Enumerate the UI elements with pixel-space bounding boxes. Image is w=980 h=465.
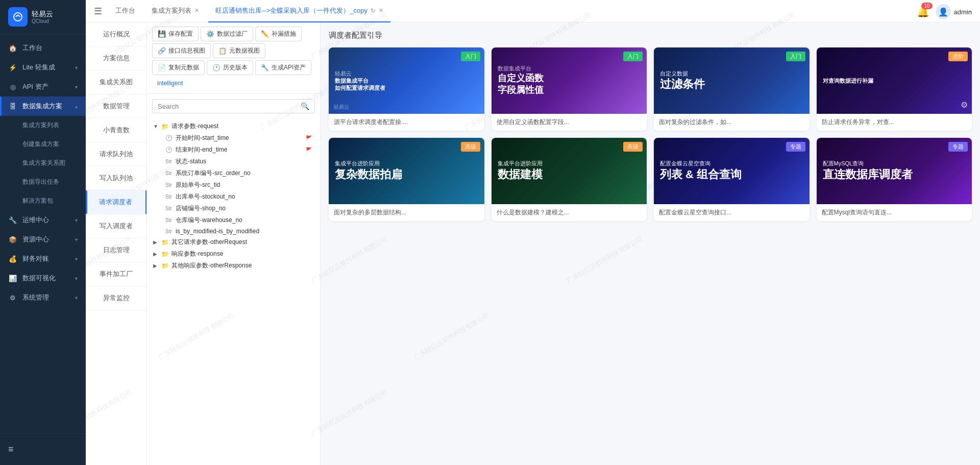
copy-data-button[interactable]: 📄 复制元数据 — [152, 60, 205, 75]
sidebar-item-sysadmin[interactable]: ⚙ 系统管理 ▾ — [0, 288, 86, 307]
intelligent-button[interactable]: intelligent — [152, 77, 188, 89]
expand-icon: ▶ — [153, 239, 160, 245]
tree-node-label: is_by_modified-is_by_modified — [176, 228, 314, 235]
string-icon: Str — [165, 217, 174, 223]
tree-node-end-time[interactable]: 🕐 结束时间-end_time 🚩 — [151, 144, 316, 156]
notification-button[interactable]: 🔔 10 — [917, 6, 929, 18]
guide-card-card3[interactable]: 入门 自定义数据过滤条件 面对复杂的过滤条件，如... — [654, 47, 810, 131]
guide-card-card4[interactable]: 进阶 对查询数据进行补漏 ⚙ 防止请求任务异常，对查... — [817, 47, 972, 131]
tab-workbench[interactable]: 工作台 — [108, 0, 142, 22]
guide-card-card8[interactable]: 专题 配置MySQL查询直连数据库调度者 配置Mysql查询语句直连... — [817, 138, 972, 221]
tree-node-other-response[interactable]: ▶ 📁 其他响应参数-otherResponse — [151, 260, 316, 272]
logo-subtitle: QCloud — [32, 18, 53, 24]
sidebar-item-solution-package[interactable]: 解决方案包 — [0, 191, 86, 210]
sidebar-item-api[interactable]: ◎ API 资产 ▾ — [0, 77, 86, 96]
save-config-button[interactable]: 💾 保存配置 — [152, 27, 199, 41]
left-panel-item-write-queue[interactable]: 写入队列池 — [86, 166, 146, 190]
clock-icon: 🕐 — [212, 64, 220, 71]
left-panel-item-event-factory[interactable]: 事件加工厂 — [86, 262, 146, 286]
tree-node-other-request[interactable]: ▶ 📁 其它请求参数-otherRequest — [151, 236, 316, 248]
left-panel-item-write-scheduler[interactable]: 写入调度者 — [86, 214, 146, 238]
expand-icon: ▶ — [153, 263, 160, 268]
tree-node-start-time[interactable]: 🕐 开始时间-start_time 🚩 — [151, 132, 316, 144]
meta-data-label: 元数据视图 — [229, 46, 260, 55]
guide-card-card5[interactable]: 高级 集成平台进阶应用复杂数据拍扁 面对复杂的多层数据结构... — [329, 138, 484, 221]
sidebar-footer-menu[interactable]: ≡ — [0, 439, 86, 460]
tree-node-warehouse-no[interactable]: Str 仓库编号-warehouse_no — [151, 214, 316, 226]
settings-icon[interactable]: ⚙ — [961, 100, 968, 110]
sidebar-item-solution-list[interactable]: 集成方案列表 — [0, 116, 86, 135]
tab-refresh-icon[interactable]: ↻ — [371, 7, 376, 14]
left-panel: 运行概况 方案信息 集成关系图 数据管理 小青查数 请求队列池 写入队列池 请求… — [86, 22, 147, 465]
string-icon: Str — [165, 194, 174, 200]
card-image: 高级 集成平台进阶应用数据建模 — [492, 138, 647, 204]
sidebar-item-datavis[interactable]: 📊 数据可视化 ▾ — [0, 268, 86, 288]
left-panel-item-overview[interactable]: 运行概况 — [86, 22, 146, 46]
search-icon[interactable]: 🔍 — [301, 102, 309, 110]
tree-node-src-tid[interactable]: Str 原始单号-src_tid — [151, 179, 316, 191]
tab-solution-detail[interactable]: 旺店通销售出库-->全蝶采购入库（一件代发）_copy ↻ ✕ — [208, 0, 390, 22]
tree-node-is-by-modified[interactable]: Str is_by_modified-is_by_modified — [151, 226, 316, 236]
sidebar-item-lite[interactable]: ⚡ Lite 轻集成 ▾ — [0, 58, 86, 77]
filter-icon: ⚙️ — [206, 30, 214, 38]
interface-info-button[interactable]: 🔗 接口信息视图 — [152, 43, 211, 58]
active-indicator — [0, 96, 2, 116]
sidebar-item-ops[interactable]: 🔧 运维中心 ▾ — [0, 210, 86, 230]
middle-panel: 💾 保存配置 ⚙️ 数据过滤厂 ✏️ 补漏措施 🔗 接口信息视图 📋 — [147, 22, 321, 465]
sidebar-sub-label: 解决方案包 — [22, 197, 78, 205]
card-text-line: 字段属性值 — [498, 84, 641, 96]
sidebar-item-solution-map[interactable]: 集成方案关系图 — [0, 154, 86, 173]
card-badge: 专题 — [786, 142, 805, 152]
tree-node-sys-order-no[interactable]: Str 系统订单编号-src_order_no — [151, 167, 316, 179]
left-panel-item-log[interactable]: 日志管理 — [86, 238, 146, 262]
sidebar-item-resource[interactable]: 📦 资源中心 ▾ — [0, 230, 86, 249]
history-button[interactable]: 🕐 历史版本 — [207, 60, 253, 75]
tab-close-icon[interactable]: ✕ — [379, 7, 383, 14]
sidebar-item-workbench[interactable]: 🏠 工作台 — [0, 38, 86, 58]
sidebar-item-create-solution[interactable]: 创建集成方案 — [0, 135, 86, 154]
tree-node-request-params[interactable]: ▼ 📁 请求参数-request — [151, 120, 316, 132]
left-panel-item-xq-count[interactable]: 小青查数 — [86, 118, 146, 142]
left-panel-item-data-manage[interactable]: 数据管理 — [86, 94, 146, 118]
left-panel-item-exception[interactable]: 异常监控 — [86, 286, 146, 310]
data-filter-button[interactable]: ⚙️ 数据过滤厂 — [201, 27, 253, 41]
tree-node-status[interactable]: Str 状态-status — [151, 156, 316, 167]
tab-solution-list[interactable]: 集成方案列表 ✕ — [144, 0, 206, 22]
search-input[interactable] — [158, 103, 301, 110]
logo[interactable]: 轻易云 QCloud — [0, 0, 86, 34]
tab-label: 集成方案列表 — [152, 6, 191, 15]
sidebar-item-data-integration[interactable]: 🗄 数据集成方案 ▴ — [0, 96, 86, 116]
left-panel-item-request-queue[interactable]: 请求队列池 — [86, 142, 146, 166]
left-panel-item-integration-map[interactable]: 集成关系图 — [86, 70, 146, 94]
gen-api-button[interactable]: 🔧 生成API资产 — [255, 60, 311, 75]
tree-node-response[interactable]: ▶ 📁 响应参数-response — [151, 248, 316, 260]
card-badge: 进阶 — [948, 52, 968, 61]
sidebar-nav: 🏠 工作台 ⚡ Lite 轻集成 ▾ ◎ API 资产 ▾ 🗄 数据集成方案 ▴… — [0, 34, 86, 433]
card-image: 专题 配置金蝶云星空查询列表 & 组合查询 — [654, 138, 810, 204]
zap-icon: ⚡ — [8, 63, 17, 72]
meta-data-button[interactable]: 📋 元数据视图 — [213, 43, 265, 58]
data-filter-label: 数据过滤厂 — [217, 30, 248, 38]
folder-icon: 📁 — [161, 123, 169, 130]
tree-node-stockout-no[interactable]: Str 出库单号-stockout_no — [151, 191, 316, 203]
guide-card-card1[interactable]: 入门 轻易云数据集成平台如何配置请求调度者 轻易云 源平台请求调度者配置操...… — [329, 47, 484, 131]
tab-close-icon[interactable]: ✕ — [194, 7, 199, 14]
left-panel-item-request-scheduler[interactable]: 请求调度者 — [86, 190, 146, 214]
hamburger-icon[interactable]: ☰ — [94, 6, 102, 17]
tree-node-shop-no[interactable]: Str 店铺编号-shop_no — [151, 203, 316, 214]
card-title: 防止请求任务异常，对查... — [817, 114, 972, 131]
logo-text-group: 轻易云 QCloud — [32, 10, 53, 24]
chart-icon: 📊 — [8, 274, 17, 283]
left-panel-item-solution-info[interactable]: 方案信息 — [86, 46, 146, 70]
guide-card-card7[interactable]: 专题 配置金蝶云星空查询列表 & 组合查询 配置金蝶云星空查询接口... — [654, 138, 810, 221]
sidebar-item-label: 工作台 — [22, 43, 78, 53]
sidebar-item-data-export[interactable]: 数据导出任务 — [0, 173, 86, 191]
guide-card-card6[interactable]: 高级 集成平台进阶应用数据建模 什么是数据建模？建模之... — [492, 138, 647, 221]
card-title: 配置Mysql查询语句直连... — [817, 204, 972, 221]
card-image: 高级 集成平台进阶应用复杂数据拍扁 — [329, 138, 484, 204]
folder-icon: 📁 — [161, 239, 169, 246]
guide-card-card2[interactable]: 入门 数据集成平台自定义函数字段属性值 使用自定义函数配置字段... — [492, 47, 647, 131]
supplement-button[interactable]: ✏️ 补漏措施 — [255, 27, 302, 41]
user-menu[interactable]: 👤 admin — [936, 4, 972, 19]
sidebar-item-finance[interactable]: 💰 财务对账 ▾ — [0, 249, 86, 268]
